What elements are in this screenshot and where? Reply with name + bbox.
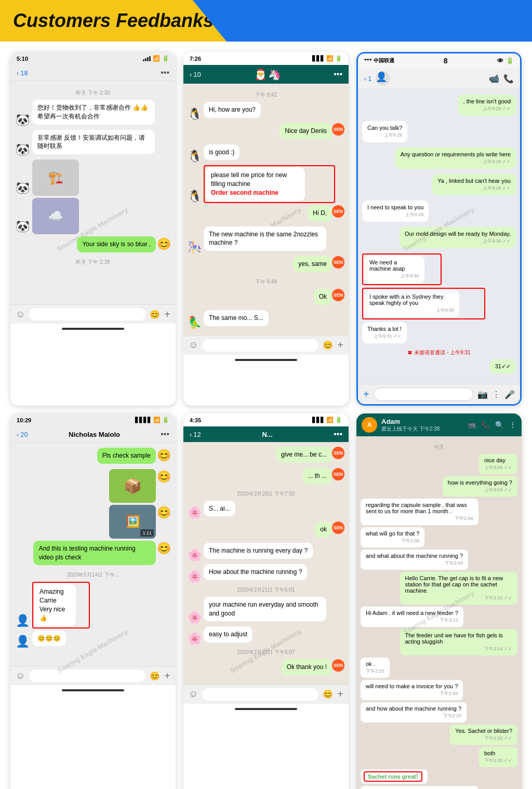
msg-row-2-highlight: 🐧 please tell me price for new filling m… (188, 165, 344, 203)
more-icon-3[interactable]: ⋮ (492, 390, 500, 399)
call-icon-3[interactable]: 📞 (503, 74, 514, 84)
msg-6-6: Hello Carrie. The gel cap is to fit a ne… (400, 572, 518, 605)
nav-more-5[interactable]: ••• (334, 430, 342, 439)
msg-row-2-9: 🦜 The same mo... S... (188, 310, 344, 329)
ts-4-1: 2020年5月14日 下午... (15, 571, 171, 579)
avatar-4-h: 👤 (15, 613, 30, 628)
input-bar-5: ☺ 😊 + (183, 685, 349, 704)
sen-badge-2-3: SEN (332, 256, 344, 269)
msg-row-6-4: what will go for that ? 下午2:04 (361, 527, 517, 547)
phone-5: Soaring Eagle Machinery. 4:35 ▋▋▋ 📶 🔋 ‹ … (183, 413, 349, 789)
emoji-icon-5[interactable]: ☺ (189, 689, 198, 700)
msg-row-5-9: Ok thank you ! SEN (188, 659, 344, 678)
plus-icon-3[interactable]: + (363, 389, 369, 400)
back-button-1[interactable]: ‹ 18 (17, 69, 28, 77)
back-button-3[interactable]: ‹ 1 👤 (364, 71, 390, 86)
avatar-5-3: 🌸 (188, 506, 202, 519)
time-6-13: 下午2:20 ✓✓ (484, 757, 512, 764)
msg-row-3-2: Can you talk? 上午9:28 (362, 121, 516, 145)
msg-6-10: will need to make a invoice for you ? 下午… (361, 680, 463, 700)
avatar-4-sent2: 😊 (156, 541, 171, 556)
avatar-5-8: 🌸 (188, 632, 202, 646)
time-6-11: 下午2:20 (366, 713, 461, 719)
ts-5-3: 2020年2月21日 下午6:07 (188, 649, 344, 656)
msg-row-3-6: Our mold design will be ready by Monday,… (362, 227, 516, 251)
emoji-icon-4[interactable]: ☺ (16, 671, 25, 681)
message-input-5[interactable] (202, 688, 318, 701)
nav-more-1[interactable]: ••• (161, 68, 169, 77)
time-6-2: 上午9:09 ✓✓ (448, 487, 512, 493)
sen-badge-2-1: SEN (332, 123, 344, 136)
msg-row-4-img2: 🖼️ 1:11 😊 (15, 505, 171, 539)
highlight-4: Amazing CarrieVery nice 👍 (32, 582, 90, 628)
msg-row-1-2: 🐼 非常感谢 反馈！安装调试如有问题，请随时联系 (15, 130, 171, 158)
call-icon-6[interactable]: 📞 (481, 421, 490, 429)
msg-bubble-1-sent1: Your side sky is so blue , (77, 236, 156, 252)
avatar-5-6: 🌸 (188, 570, 202, 583)
camera-icon-3[interactable]: 📷 (477, 390, 488, 399)
msg-6-2: how is everything going ? 上午9:09 ✓✓ (443, 476, 517, 497)
search-icon-6[interactable]: 🔍 (495, 421, 504, 429)
highlight-6: Sachet runs great! (364, 771, 422, 782)
sen-badge-2-2: SEN (332, 205, 344, 218)
nav-bar-5: ‹ 12 N... ••• (183, 426, 349, 443)
nav-more-2[interactable]: ••• (334, 70, 342, 79)
ts-6-today: 今天 (361, 444, 517, 451)
sen-badge-5-2: SEN (332, 468, 344, 480)
msg-row-6-7: Hi Adam . it will need a new feeder ? 下午… (361, 607, 517, 627)
battery-3: 🔋 (506, 57, 514, 64)
plus-btn-2[interactable]: + (337, 339, 343, 351)
back-count-1: 18 (20, 69, 28, 77)
back-count-3: 1 (368, 75, 371, 83)
emoji-icon-2[interactable]: ☺ (189, 340, 198, 351)
status-bar-4: 10:29 ▋▋▋▋ 📶 🔋 (10, 413, 176, 426)
phone-1: Soaring Eagle Machinery. 5:10 📶 🔋 (10, 52, 176, 406)
back-button-5[interactable]: ‹ 12 (190, 431, 201, 438)
page-title: Customers Feedbanks (13, 10, 214, 32)
input-bar-2: ☺ 😊 + (183, 336, 349, 355)
msg-row-5-5: 🌸 The machine is running every day ? (188, 543, 344, 562)
msg-row-6-9: ok . 下午2:20 (361, 658, 517, 678)
emoji-btn-2[interactable]: 😊 (323, 340, 333, 350)
msg-row-3-thanks: Thanks a lot ! 上午9:31 ✓✓ (362, 322, 516, 346)
message-input-3[interactable] (374, 387, 473, 401)
msg-2-3: is good :) (204, 144, 240, 161)
msg-row-5-1: give me... be c... SEN (188, 447, 344, 466)
time-6-6: 下午2:10 ✓✓ (405, 595, 513, 601)
plus-btn-5[interactable]: + (337, 688, 343, 700)
back-button-2[interactable]: ‹ 10 (190, 71, 201, 78)
message-input-2[interactable] (202, 339, 318, 352)
msg-2-1: Hi, how are you? (204, 102, 261, 118)
avatar-2-1: 🐧 (188, 108, 202, 121)
plus-btn-4[interactable]: + (164, 670, 170, 682)
video-icon-6[interactable]: 📹 (467, 421, 476, 429)
msg-row-2-2: Nice day Denis SEN (188, 123, 344, 142)
mic-icon-3[interactable]: 🎤 (504, 390, 515, 399)
order-text: Order second machine (211, 189, 278, 196)
emoji-btn-5[interactable]: 😊 (323, 689, 333, 699)
message-input-4[interactable] (29, 670, 145, 682)
msg-4-1: Pls check sample (97, 448, 156, 464)
avatar-1-img2: 🐼 (15, 219, 30, 234)
emoji-btn-4[interactable]: 😊 (150, 671, 160, 681)
msg-6-3: regarding the capsule sample , that was … (361, 499, 478, 525)
signal-1 (143, 56, 151, 61)
chat-area-4: Pls check sample 😊 📦 😊 🖼️ 1:11 😊 (10, 443, 176, 666)
chat-area-3: , the line isn't good 上午9:28 ✓✓ Can you … (358, 89, 520, 384)
msg-row-6-2: how is everything going ? 上午9:09 ✓✓ (361, 476, 517, 497)
signal-3: ●●● 中国联通 (364, 57, 394, 64)
highlight-box-2: please tell me price for new filling mac… (204, 165, 335, 203)
message-input-1[interactable] (29, 308, 145, 320)
more-icon-6[interactable]: ⋮ (509, 421, 516, 429)
time-3-5: 上午9:29 (367, 211, 423, 218)
status-bar-1: 5:10 📶 🔋 (10, 52, 176, 65)
emoji-icon-1[interactable]: ☺ (16, 309, 25, 320)
status-icons-1: 📶 🔋 (143, 55, 169, 62)
emoji-btn-1[interactable]: 😊 (150, 310, 160, 319)
nav-more-4[interactable]: ••• (161, 430, 169, 439)
time-6-12: 下午2:20 ✓✓ (455, 735, 512, 742)
video-icon-3[interactable]: 📹 (489, 74, 499, 84)
back-button-4[interactable]: ‹ 20 (17, 431, 28, 438)
status-bar-3: ●●● 中国联通 8 👁 🔋 (358, 54, 520, 68)
plus-btn-1[interactable]: + (164, 309, 170, 320)
